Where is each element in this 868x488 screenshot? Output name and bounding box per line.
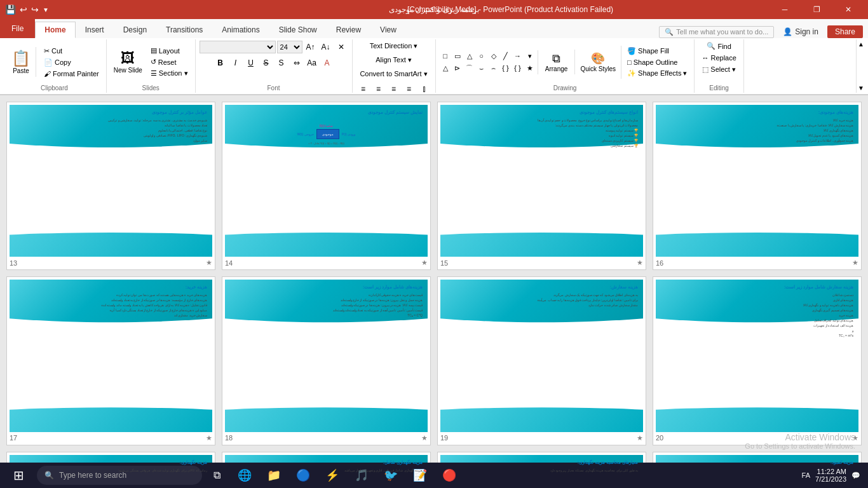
shape-circle[interactable]: ○: [476, 50, 487, 62]
slide-thumb-18[interactable]: هزینه‌های شامل موارد زیر است:قیمت‌های خر…: [222, 276, 431, 445]
shape-outline-button[interactable]: □ Shape Outline: [624, 57, 690, 67]
shadow-button[interactable]: S: [275, 57, 288, 69]
ribbon-scroll-up[interactable]: ▲: [858, 41, 864, 48]
shape-rect[interactable]: □: [440, 50, 451, 62]
new-slide-button[interactable]: 🖼 New Slide: [111, 48, 146, 76]
italic-button[interactable]: I: [229, 57, 243, 69]
signin-button[interactable]: 👤 Sign in: [779, 26, 822, 37]
cut-button[interactable]: ✂ Cut: [41, 46, 102, 57]
shape-6[interactable]: ⌢: [488, 62, 499, 74]
shape-triangle[interactable]: △: [464, 50, 475, 62]
taskbar-item-word[interactable]: 📝: [406, 463, 434, 488]
slide-thumb-13[interactable]: عوامل مؤثر بر کنترل موجودیشیوه‌ی خدمت به…: [6, 102, 215, 270]
shape-3[interactable]: ⊳: [452, 62, 463, 74]
paste-button[interactable]: 📋 Paste: [6, 47, 36, 77]
slide-star-16[interactable]: ★: [852, 259, 858, 267]
tab-view[interactable]: View: [370, 22, 406, 38]
notification-icon[interactable]: 💬: [851, 471, 860, 480]
share-button[interactable]: Share: [827, 25, 863, 38]
bold-button[interactable]: B: [214, 57, 227, 69]
shape-more[interactable]: ▾: [524, 50, 536, 62]
tab-design[interactable]: Design: [114, 22, 156, 38]
shape-rounded-rect[interactable]: ▭: [452, 50, 463, 62]
strikethrough-button[interactable]: S: [259, 57, 273, 69]
copy-button[interactable]: 📄 Copy: [41, 57, 102, 68]
char-spacing-button[interactable]: ⇔: [290, 57, 304, 69]
tab-animations[interactable]: Animations: [212, 22, 269, 38]
close-button[interactable]: ✕: [834, 0, 863, 19]
align-center-button[interactable]: ≡: [372, 83, 386, 95]
slide-panel[interactable]: عوامل مؤثر بر کنترل موجودیشیوه‌ی خدمت به…: [0, 95, 868, 488]
align-left-button[interactable]: ≡: [356, 83, 370, 95]
slide-star-18[interactable]: ★: [421, 434, 428, 442]
slide-thumb-15[interactable]: انواع سیستم‌های کنترل موجودیسازمان‌ها و …: [437, 102, 646, 270]
slide-thumb-16[interactable]: هزینه‌های موجودی:هزینه خرید کالاهزینه سف…: [653, 102, 862, 270]
shape-fill-button[interactable]: 🪣 Shape Fill: [624, 46, 690, 57]
taskbar-item-edge[interactable]: 🔵: [289, 463, 317, 488]
layout-button[interactable]: ▤ Layout: [147, 45, 191, 56]
taskbar-item-browser[interactable]: 🌐: [231, 463, 259, 488]
increase-font-button[interactable]: A↑: [304, 41, 318, 53]
justify-button[interactable]: ≡: [402, 83, 416, 95]
taskbar-item-ppt[interactable]: 🔴: [435, 463, 463, 488]
font-color-button[interactable]: A: [320, 57, 334, 69]
tab-slideshow[interactable]: Slide Show: [269, 22, 327, 38]
quick-styles-button[interactable]: 🎨 Quick Styles: [578, 50, 620, 74]
slide-thumb-17[interactable]: هزینه خرید:هزینه‌های خرید «هزینه‌هایی هس…: [6, 276, 215, 445]
replace-button[interactable]: ↔ Replace: [698, 53, 739, 63]
taskbar-item-files[interactable]: 📁: [260, 463, 288, 488]
arrange-button[interactable]: ⧉ Arrange: [541, 50, 573, 74]
slide-thumb-19[interactable]: هزینه سفارش:به هزینه‌ای اطلاق می‌شود که …: [437, 276, 646, 445]
slide-star-19[interactable]: ★: [637, 434, 643, 442]
convert-smartart-button[interactable]: Convert to SmartArt ▾: [356, 69, 430, 79]
restore-button[interactable]: ❐: [802, 0, 831, 19]
shape-diamond[interactable]: ◇: [488, 50, 499, 62]
decrease-font-button[interactable]: A↓: [319, 41, 333, 53]
reset-button[interactable]: ↺ Reset: [147, 57, 191, 67]
undo-icon[interactable]: ↩: [20, 4, 27, 15]
slide-star-13[interactable]: ★: [206, 259, 212, 267]
task-view-icon[interactable]: ⧉: [208, 470, 226, 481]
slide-thumb-14[interactable]: نمایش سیستم کنترل موجودیتقاضا D(t)ورودی …: [222, 102, 431, 270]
ribbon-scroll-down[interactable]: ▼: [858, 85, 864, 92]
align-text-button[interactable]: Align Text ▾: [372, 55, 415, 65]
slide-thumb-20[interactable]: هزینه سفارش شامل موارد زیر است:دستمزد شا…: [653, 276, 862, 445]
save-icon[interactable]: 💾: [5, 4, 16, 15]
font-case-button[interactable]: Aa: [305, 57, 319, 69]
redo-icon[interactable]: ↪: [31, 4, 39, 15]
tab-file[interactable]: File: [0, 19, 35, 38]
tell-me-input[interactable]: 🔍 Tell me what you want to do...: [659, 26, 774, 38]
tab-home[interactable]: Home: [35, 22, 75, 38]
text-direction-button[interactable]: Text Direction ▾: [367, 41, 421, 51]
columns-button[interactable]: ⫿: [417, 83, 431, 95]
shape-9[interactable]: ★: [524, 62, 536, 74]
shape-effects-button[interactable]: ✨ Shape Effects ▾: [624, 68, 690, 79]
section-button[interactable]: ☰ Section ▾: [147, 68, 191, 79]
slide-star-14[interactable]: ★: [421, 259, 428, 267]
minimize-button[interactable]: ─: [770, 0, 799, 19]
format-painter-button[interactable]: 🖌 Format Painter: [41, 69, 102, 79]
start-button[interactable]: ⊞: [3, 463, 34, 488]
shape-line[interactable]: ╱: [500, 50, 512, 62]
shape-5[interactable]: ⌣: [476, 62, 487, 74]
clear-format-button[interactable]: ✕: [334, 41, 348, 53]
shape-8[interactable]: { }: [512, 62, 524, 74]
tab-review[interactable]: Review: [327, 22, 370, 38]
tab-insert[interactable]: Insert: [76, 22, 114, 38]
slide-star-15[interactable]: ★: [637, 259, 643, 267]
shape-7[interactable]: { }: [500, 62, 512, 74]
font-size-select[interactable]: 24: [277, 41, 302, 53]
taskbar-item-bt[interactable]: ⚡: [318, 463, 346, 488]
shape-arrow[interactable]: →: [512, 50, 524, 62]
shape-4[interactable]: ⌒: [464, 62, 475, 74]
taskbar-item-green[interactable]: 🐦: [377, 463, 405, 488]
customize-quick-access-icon[interactable]: ▼: [43, 6, 49, 13]
font-family-select[interactable]: [200, 41, 276, 53]
taskbar-item-music[interactable]: 🎵: [348, 463, 376, 488]
shape-2[interactable]: △: [440, 62, 451, 74]
tab-transitions[interactable]: Transitions: [156, 22, 212, 38]
underline-button[interactable]: U: [244, 57, 258, 69]
find-button[interactable]: 🔍 Find: [703, 41, 734, 51]
slide-star-17[interactable]: ★: [206, 434, 212, 442]
select-button[interactable]: ⬚ Select ▾: [699, 64, 739, 75]
